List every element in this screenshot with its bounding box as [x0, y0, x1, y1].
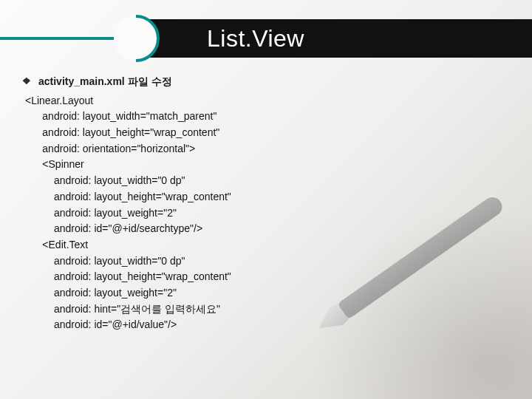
title-bar: List.View [0, 19, 532, 64]
slide-body: ❖ activity_main.xml 파일 수정 <Linear.Layout… [22, 74, 510, 333]
slide-title: List.View [207, 25, 304, 52]
section-heading-row: ❖ activity_main.xml 파일 수정 [22, 74, 510, 90]
slide: List.View ❖ activity_main.xml 파일 수정 <Lin… [0, 0, 532, 399]
title-accent-line [0, 37, 126, 40]
code-block: <Linear.Layout android: layout_width="ma… [22, 93, 510, 333]
diamond-bullet-icon: ❖ [22, 74, 31, 89]
title-bar-bg: List.View [126, 19, 532, 58]
section-heading: activity_main.xml 파일 수정 [38, 74, 172, 90]
title-curve-accent [112, 15, 160, 62]
